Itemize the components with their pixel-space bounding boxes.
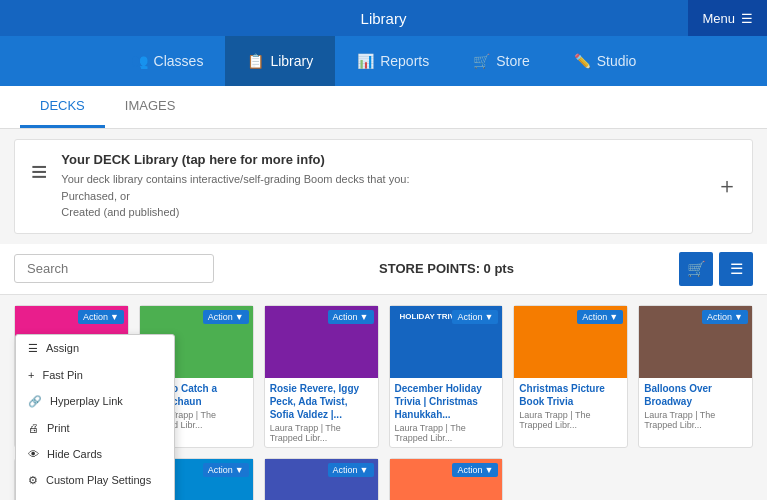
custom-play-icon: ⚙ bbox=[28, 474, 38, 487]
dropdown-item-custom-play[interactable]: ⚙ Custom Play Settings bbox=[16, 467, 174, 494]
assign-icon: ☰ bbox=[28, 342, 38, 355]
library-icon: 📋 bbox=[247, 53, 264, 69]
nav-item-reports[interactable]: 📊 Reports bbox=[335, 36, 451, 86]
menu-button[interactable]: Menu ☰ bbox=[688, 0, 767, 36]
card-6: Action ▼ Balloons Over Broadway Laura Tr… bbox=[638, 305, 753, 448]
header-title: Library bbox=[361, 10, 407, 27]
card-title-6: Balloons Over Broadway bbox=[639, 378, 752, 410]
search-bar: STORE POINTS: 0 pts 🛒 ☰ bbox=[0, 244, 767, 295]
store-points: STORE POINTS: 0 pts bbox=[379, 261, 514, 276]
tab-decks[interactable]: DECKS bbox=[20, 86, 105, 128]
action-button-4[interactable]: Action ▼ bbox=[452, 310, 498, 324]
action-button-9[interactable]: Action ▼ bbox=[328, 463, 374, 477]
nav-item-store[interactable]: 🛒 Store bbox=[451, 36, 551, 86]
nav-item-library[interactable]: 📋 Library bbox=[225, 36, 335, 86]
classes-icon: 👥 bbox=[131, 53, 148, 69]
card-9: Action ▼ Ada Twist, Scientist Laura Trap… bbox=[264, 458, 379, 501]
nav-item-studio[interactable]: ✏️ Studio bbox=[552, 36, 659, 86]
hide-cards-icon: 👁 bbox=[28, 448, 39, 460]
card-4: Action ▼ HOLIDAY TRIVIA December Holiday… bbox=[389, 305, 504, 448]
card-author-5: Laura Trapp | The Trapped Libr... bbox=[514, 410, 627, 434]
menu-label: Menu bbox=[702, 11, 735, 26]
dropdown-item-hyperplay-link[interactable]: 🔗 Hyperplay Link bbox=[16, 388, 174, 415]
action-button-5[interactable]: Action ▼ bbox=[577, 310, 623, 324]
menu-icon: ☰ bbox=[741, 11, 753, 26]
add-deck-button[interactable]: ＋ bbox=[716, 171, 738, 201]
card-author-6: Laura Trapp | The Trapped Libr... bbox=[639, 410, 752, 434]
action-dropdown: ☰ Assign + Fast Pin 🔗 Hyperplay Link 🖨 P… bbox=[15, 334, 175, 501]
card-1: Action ▼ How to Catch a Leprechaun Laura… bbox=[14, 305, 129, 448]
card-title-5: Christmas Picture Book Trivia bbox=[514, 378, 627, 410]
hyperplay-link-icon: 🔗 bbox=[28, 395, 42, 408]
action-button-10[interactable]: Action ▼ bbox=[452, 463, 498, 477]
list-view-button[interactable]: ☰ bbox=[719, 252, 753, 286]
card-author-4: Laura Trapp | The Trapped Libr... bbox=[390, 423, 503, 447]
action-button-6[interactable]: Action ▼ bbox=[702, 310, 748, 324]
tab-bar: DECKS IMAGES bbox=[0, 86, 767, 129]
dropdown-item-hide-cards[interactable]: 👁 Hide Cards bbox=[16, 441, 174, 467]
cart-button[interactable]: 🛒 bbox=[679, 252, 713, 286]
card-title-3: Rosie Revere, Iggy Peck, Ada Twist, Sofi… bbox=[265, 378, 378, 423]
search-action-icons: 🛒 ☰ bbox=[679, 252, 753, 286]
info-text: Your DECK Library (tap here for more inf… bbox=[61, 152, 409, 221]
info-body: Your deck library contains interactive/s… bbox=[61, 171, 409, 221]
info-banner[interactable]: ≡ Your DECK Library (tap here for more i… bbox=[14, 139, 753, 234]
cards-grid: Action ▼ How to Catch a Leprechaun Laura… bbox=[0, 295, 767, 501]
deck-icon: ≡ bbox=[31, 156, 47, 188]
card-title-4: December Holiday Trivia | Christmas Hanu… bbox=[390, 378, 503, 423]
nav-item-classes[interactable]: 👥 Classes bbox=[109, 36, 226, 86]
dropdown-item-view-report[interactable]: 📄 View Report bbox=[16, 494, 174, 501]
fast-pin-icon: + bbox=[28, 369, 34, 381]
dropdown-item-fast-pin[interactable]: + Fast Pin bbox=[16, 362, 174, 388]
card-author-3: Laura Trapp | The Trapped Libr... bbox=[265, 423, 378, 447]
main-nav: 👥 Classes 📋 Library 📊 Reports 🛒 Store ✏️… bbox=[0, 36, 767, 86]
tab-images[interactable]: IMAGES bbox=[105, 86, 196, 128]
search-input[interactable] bbox=[14, 254, 214, 283]
dropdown-item-assign[interactable]: ☰ Assign bbox=[16, 335, 174, 362]
studio-icon: ✏️ bbox=[574, 53, 591, 69]
card-10: Action ▼ Sofia Valdez, Future Prez Laura… bbox=[389, 458, 504, 501]
store-icon: 🛒 bbox=[473, 53, 490, 69]
card-5: Action ▼ Christmas Picture Book Trivia L… bbox=[513, 305, 628, 448]
card-3: Action ▼ Rosie Revere, Iggy Peck, Ada Tw… bbox=[264, 305, 379, 448]
reports-icon: 📊 bbox=[357, 53, 374, 69]
app-header: Library Menu ☰ bbox=[0, 0, 767, 36]
action-button-1[interactable]: Action ▼ bbox=[78, 310, 124, 324]
dropdown-item-print[interactable]: 🖨 Print bbox=[16, 415, 174, 441]
action-button-2[interactable]: Action ▼ bbox=[203, 310, 249, 324]
action-button-3[interactable]: Action ▼ bbox=[328, 310, 374, 324]
info-title: Your DECK Library (tap here for more inf… bbox=[61, 152, 409, 167]
print-icon: 🖨 bbox=[28, 422, 39, 434]
action-button-8[interactable]: Action ▼ bbox=[203, 463, 249, 477]
